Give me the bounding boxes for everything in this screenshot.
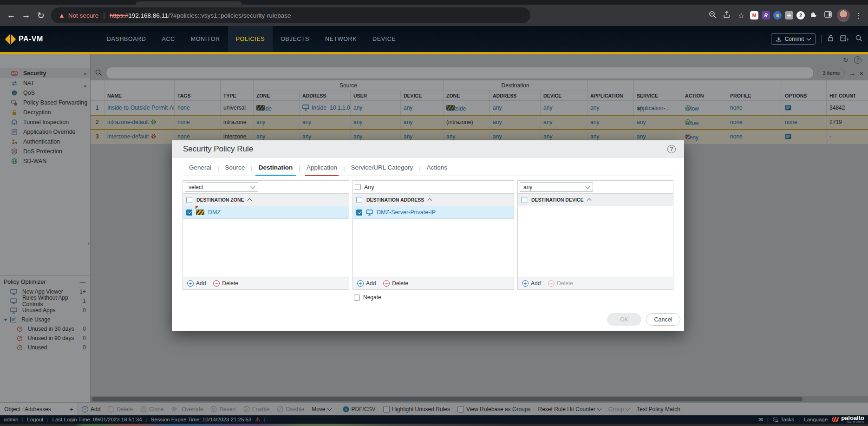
browser-menu-icon[interactable]: ⋮: [853, 11, 864, 20]
url-bar[interactable]: ▲ Not secure | https://192.168.86.11/?#p…: [51, 7, 530, 23]
url-text[interactable]: https://192.168.86.11/?#policies::vsys1:…: [110, 12, 291, 19]
os-taskbar-sliver: [0, 424, 868, 426]
not-secure-warning-icon: ▲: [59, 12, 65, 19]
address-any-checkbox[interactable]: [355, 184, 361, 190]
device-type-select[interactable]: any: [520, 182, 593, 192]
gmail-extension-icon[interactable]: M: [750, 11, 758, 20]
back-icon[interactable]: ←: [4, 10, 19, 20]
nav-item-objects[interactable]: OBJECTS: [273, 26, 317, 52]
ghost-extension-icon[interactable]: 2: [796, 11, 805, 20]
commit-icon: [776, 36, 782, 42]
session-expire-time: Session Expire Time: 10/14/2023 21:25:53: [151, 417, 252, 422]
nav-item-dashboard[interactable]: DASHBOARD: [99, 26, 154, 52]
tasks-button[interactable]: Tasks: [773, 417, 794, 422]
destination-zone-panel: select DESTINATION ZONE DMZ Add Delete: [183, 180, 349, 290]
add-icon: [187, 280, 194, 287]
url-divider: |: [103, 12, 105, 19]
address-list: DMZ-Server-Private-IP: [353, 206, 514, 277]
delete-icon: [213, 280, 220, 287]
ok-button: OK: [607, 313, 641, 326]
forward-icon[interactable]: →: [19, 10, 33, 20]
nav-item-policies[interactable]: POLICIES: [228, 26, 273, 52]
dialog-tab-service-url-category[interactable]: Service/URL Category: [345, 161, 419, 176]
logout-link[interactable]: Logout: [27, 417, 43, 422]
nav-item-device[interactable]: DEVICE: [365, 26, 404, 52]
dialog-tab-source[interactable]: Source: [219, 161, 251, 176]
device-select-all-checkbox[interactable]: [521, 197, 527, 203]
bookmark-star-icon[interactable]: ☆: [736, 11, 747, 20]
zoom-out-icon[interactable]: [707, 11, 718, 20]
browser-profile-avatar[interactable]: [837, 9, 850, 22]
nav-item-acc[interactable]: ACC: [154, 26, 183, 52]
gray-extension-icon[interactable]: ☰: [785, 11, 793, 20]
negate-checkbox[interactable]: [354, 295, 360, 301]
config-changes-icon[interactable]: [840, 34, 849, 44]
address-add-button[interactable]: Add: [357, 280, 376, 287]
delete-icon: [548, 280, 555, 287]
status-user: admin: [4, 417, 18, 422]
chevron-down-icon: [251, 184, 255, 189]
list-item-dmz-server-private-ip[interactable]: DMZ-Server-Private-IP: [353, 206, 514, 219]
r-extension-icon[interactable]: R: [762, 11, 770, 20]
screen: ← → ↻ ▲ Not secure | https://192.168.86.…: [0, 0, 868, 426]
pan-brand-name: PA-VM: [19, 35, 43, 43]
commit-button[interactable]: Commit: [771, 33, 816, 45]
paloalto-logo: paloaltoNETWORKS: [832, 416, 864, 423]
device-delete-button: Delete: [548, 280, 573, 287]
sort-asc-icon: [248, 198, 252, 203]
side-panel-icon[interactable]: [822, 11, 834, 20]
pan-nav: PA-VM DASHBOARDACCMONITORPOLICIESOBJECTS…: [0, 26, 868, 52]
nav-item-network[interactable]: NETWORK: [317, 26, 365, 52]
not-secure-label[interactable]: Not secure: [68, 12, 98, 19]
sort-asc-icon: [428, 198, 432, 203]
item-checkbox[interactable]: [186, 210, 192, 216]
delete-icon: [383, 280, 390, 287]
address-delete-button[interactable]: Delete: [383, 280, 408, 287]
dialog-tab-general[interactable]: General: [183, 161, 217, 176]
pan-nav-right: Commit: [771, 33, 862, 45]
dialog-tab-destination[interactable]: Destination: [253, 161, 299, 176]
device-column-header[interactable]: DESTINATION DEVICE: [531, 197, 583, 203]
zone-add-button[interactable]: Add: [187, 280, 206, 287]
url-host: 192.168.86.11: [128, 12, 168, 19]
add-icon: [357, 280, 364, 287]
config-lock-icon[interactable]: [827, 34, 835, 44]
list-item-dmz[interactable]: DMZ: [183, 206, 349, 219]
blue-extension-icon[interactable]: [773, 11, 782, 20]
browser-actions: ☆ M R ☰ 2 ⋮: [707, 9, 864, 22]
zone-type-select[interactable]: select: [185, 182, 258, 192]
reload-icon[interactable]: ↻: [33, 10, 48, 21]
address-column-header[interactable]: DESTINATION ADDRESS: [366, 197, 424, 203]
nav-item-monitor[interactable]: MONITOR: [183, 26, 228, 52]
destination-device-panel: any DESTINATION DEVICE Add Delete: [517, 180, 673, 290]
zone-delete-button[interactable]: Delete: [213, 280, 238, 287]
address-select-all-checkbox[interactable]: [356, 197, 362, 203]
cancel-button[interactable]: Cancel: [646, 313, 680, 326]
device-add-button[interactable]: Add: [522, 280, 541, 287]
tasks-icon: [773, 417, 779, 422]
chevron-down-icon: [586, 184, 590, 189]
browser-toolbar: ← → ↻ ▲ Not secure | https://192.168.86.…: [0, 5, 868, 26]
global-search-icon[interactable]: [855, 34, 862, 44]
dialog-tab-actions[interactable]: Actions: [421, 161, 453, 176]
messages-envelope-icon[interactable]: ✉: [758, 416, 763, 423]
dialog-help-icon[interactable]: ?: [667, 145, 676, 153]
commit-caret-icon: [807, 36, 811, 41]
share-icon[interactable]: [721, 11, 732, 20]
dialog-tab-application[interactable]: Application: [300, 161, 343, 176]
address-any-label: Any: [364, 184, 374, 190]
zone-list: DMZ: [183, 206, 349, 277]
sort-asc-icon: [587, 198, 592, 203]
browser-active-tab[interactable]: [136, 1, 241, 5]
pan-logo-icon: [5, 33, 16, 45]
dialog-tabs: General|Source|Destination|Application|S…: [183, 161, 673, 176]
zone-select-all-checkbox[interactable]: [186, 197, 192, 203]
last-login-time: Last Login Time: 09/01/2023 16:51:34: [52, 417, 142, 422]
language-button[interactable]: Language: [804, 417, 828, 422]
item-checkbox[interactable]: [356, 210, 362, 216]
extensions-puzzle-icon[interactable]: [808, 11, 819, 20]
url-scheme: https://: [110, 12, 129, 19]
zone-column-header[interactable]: DESTINATION ZONE: [196, 197, 244, 203]
session-warning-icon: ⚠: [255, 416, 260, 423]
browser-tab-strip: [0, 0, 868, 5]
